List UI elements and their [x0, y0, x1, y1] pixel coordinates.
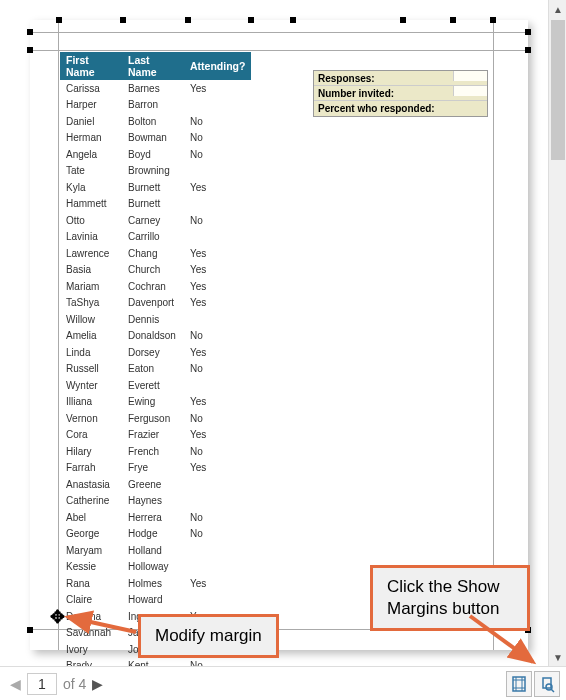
margin-handle[interactable] [525, 47, 531, 53]
header-attending: Attending? [184, 52, 251, 80]
margin-handle[interactable] [450, 17, 456, 23]
table-row: CatherineHaynes [60, 493, 251, 510]
table-row: LaviniaCarrillo [60, 229, 251, 246]
summary-invited: Number invited: [314, 86, 487, 101]
margin-handle[interactable] [290, 17, 296, 23]
table-row: OttoCarneyNo [60, 212, 251, 229]
zoom-page-icon [538, 675, 556, 693]
status-bar: ◀ 1 of 4 ▶ [0, 666, 566, 700]
svg-rect-3 [513, 677, 525, 691]
table-row: HarperBarron [60, 97, 251, 114]
scrollbar-thumb[interactable] [551, 20, 565, 160]
header-last-name: Last Name [122, 52, 184, 80]
table-row: HermanBowmanNo [60, 130, 251, 147]
show-margins-icon [510, 675, 528, 693]
table-header-row: First Name Last Name Attending? [60, 52, 251, 80]
svg-rect-8 [543, 678, 551, 688]
table-row: MariamCochranYes [60, 278, 251, 295]
table-row: CoraFrazierYes [60, 427, 251, 444]
table-row: AngelaBoydNo [60, 146, 251, 163]
table-row: MaryamHolland [60, 542, 251, 559]
margin-handle[interactable] [248, 17, 254, 23]
table-row: HilaryFrenchNo [60, 443, 251, 460]
move-cursor-icon: ✥ [50, 606, 65, 628]
header-first-name: First Name [60, 52, 122, 80]
table-row: LindaDorseyYes [60, 344, 251, 361]
table-row: KessieHolloway [60, 559, 251, 576]
attendee-table: First Name Last Name Attending? CarissaB… [60, 52, 251, 700]
callout-modify-margin: Modify margin [138, 614, 279, 658]
margin-handle[interactable] [27, 627, 33, 633]
summary-responses: Responses: [314, 71, 487, 86]
zoom-to-page-button[interactable] [534, 671, 560, 697]
page-navigation: ◀ 1 of 4 ▶ [0, 673, 103, 695]
table-row: CarissaBarnesYes [60, 80, 251, 97]
table-row: AnastasiaGreene [60, 476, 251, 493]
next-page-button[interactable]: ▶ [92, 676, 103, 692]
prev-page-button[interactable]: ◀ [10, 676, 21, 692]
table-row: RanaHolmesYes [60, 575, 251, 592]
table-row: DanielBoltonNo [60, 113, 251, 130]
page-count-label: of 4 [63, 676, 86, 692]
table-row: HammettBurnett [60, 196, 251, 213]
table-row: WynterEverett [60, 377, 251, 394]
table-row: AbelHerreraNo [60, 509, 251, 526]
table-row: GeorgeHodgeNo [60, 526, 251, 543]
summary-box: Responses: Number invited: Percent who r… [313, 70, 488, 117]
summary-percent: Percent who responded: [314, 101, 487, 116]
margin-handle[interactable] [185, 17, 191, 23]
margin-handle[interactable] [490, 17, 496, 23]
svg-line-10 [551, 689, 554, 692]
table-row: TateBrowning [60, 163, 251, 180]
page-preview: First Name Last Name Attending? CarissaB… [30, 20, 528, 650]
vertical-scrollbar[interactable]: ▲ ▼ [548, 0, 566, 666]
margin-handle[interactable] [27, 29, 33, 35]
table-row: LawrenceChangYes [60, 245, 251, 262]
current-page-input[interactable]: 1 [27, 673, 57, 695]
margin-handle[interactable] [120, 17, 126, 23]
show-margins-button[interactable] [506, 671, 532, 697]
table-row: AmeliaDonaldsonNo [60, 328, 251, 345]
margin-handle[interactable] [525, 29, 531, 35]
table-row: VernonFergusonNo [60, 410, 251, 427]
table-row: ClaireHoward [60, 592, 251, 609]
table-row: WillowDennis [60, 311, 251, 328]
table-row: RussellEatonNo [60, 361, 251, 378]
table-row: TaShyaDavenportYes [60, 295, 251, 312]
print-preview-area: First Name Last Name Attending? CarissaB… [0, 0, 542, 666]
table-row: KylaBurnettYes [60, 179, 251, 196]
scroll-up-arrow[interactable]: ▲ [549, 0, 566, 18]
margin-handle[interactable] [400, 17, 406, 23]
table-row: FarrahFryeYes [60, 460, 251, 477]
table-row: BasiaChurchYes [60, 262, 251, 279]
margin-handle[interactable] [27, 47, 33, 53]
scroll-down-arrow[interactable]: ▼ [549, 648, 566, 666]
margin-handle[interactable] [56, 17, 62, 23]
table-row: IllianaEwingYes [60, 394, 251, 411]
callout-show-margins: Click the Show Margins button [370, 565, 530, 631]
